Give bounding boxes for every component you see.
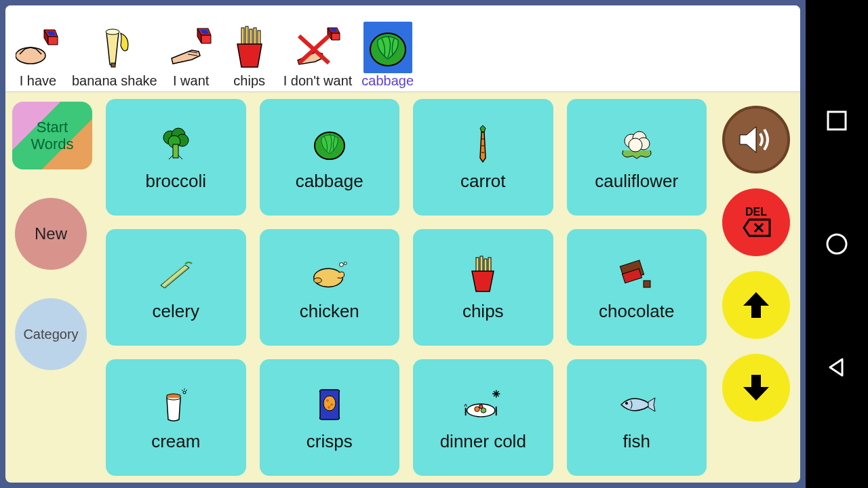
backspace-icon: DEL <box>734 203 778 241</box>
circle-icon <box>825 232 849 256</box>
hand-want-cube-icon <box>167 22 216 73</box>
svg-rect-65 <box>828 112 846 129</box>
delete-button[interactable]: DEL <box>722 188 790 256</box>
svg-point-52 <box>326 399 329 402</box>
tile-celery[interactable]: celery <box>106 229 246 346</box>
sentence-label: I don't want <box>283 73 353 90</box>
tile-chips[interactable]: chips <box>413 229 553 346</box>
sentence-item-cabbage[interactable]: cabbage <box>361 22 414 90</box>
svg-rect-6 <box>111 63 115 67</box>
tile-label: chicken <box>300 301 359 322</box>
cream-icon <box>155 384 197 426</box>
svg-point-39 <box>314 277 322 283</box>
svg-point-58 <box>479 405 484 409</box>
celery-icon <box>155 253 197 296</box>
hand-cube-icon <box>14 22 62 73</box>
tile-label: cream <box>151 431 200 452</box>
tile-label: chips <box>462 301 504 322</box>
tile-label: chocolate <box>599 301 674 322</box>
tile-chicken[interactable]: chicken <box>260 229 400 346</box>
sentence-label: cabbage <box>361 73 414 90</box>
tile-label: fish <box>623 431 650 452</box>
sentence-bar[interactable]: I have banana shake <box>5 5 800 92</box>
speak-button[interactable] <box>722 106 790 174</box>
svg-rect-29 <box>173 144 178 158</box>
svg-rect-48 <box>644 281 650 287</box>
svg-point-5 <box>106 29 119 35</box>
chips-icon <box>225 22 274 73</box>
tile-broccoli[interactable]: broccoli <box>106 99 246 216</box>
banana-shake-icon <box>90 22 139 73</box>
start-words-button[interactable]: StartWords <box>12 102 92 169</box>
new-button[interactable]: New <box>15 198 87 270</box>
sentence-item-banana-shake[interactable]: banana shake <box>72 22 157 90</box>
sentence-item-i-have[interactable]: I have <box>14 22 62 90</box>
svg-marker-9 <box>201 35 211 43</box>
svg-text:DEL: DEL <box>745 206 767 218</box>
svg-marker-2 <box>48 37 58 45</box>
sentence-label: chips <box>233 73 265 90</box>
svg-marker-20 <box>332 33 340 40</box>
dinner-cold-icon <box>462 384 504 426</box>
sentence-item-chips[interactable]: chips <box>225 22 274 90</box>
scroll-up-button[interactable] <box>722 271 790 339</box>
broccoli-icon <box>155 123 197 165</box>
nav-home-button[interactable] <box>823 230 851 258</box>
tile-cream[interactable]: cream <box>106 359 246 476</box>
main-area: StartWords New Category <box>5 92 800 483</box>
cabbage-icon <box>309 123 351 165</box>
chips-icon <box>462 253 504 296</box>
sentence-item-i-dont-want[interactable]: I don't want <box>283 22 353 90</box>
chocolate-icon <box>616 253 658 296</box>
tile-cauliflower[interactable]: cauliflower <box>567 99 707 216</box>
category-button[interactable]: Category <box>15 298 87 370</box>
sentence-label: banana shake <box>72 73 157 90</box>
svg-point-54 <box>328 406 330 409</box>
android-nav-bar <box>806 0 868 488</box>
arrow-up-icon <box>738 287 774 323</box>
triangle-back-icon <box>825 355 849 380</box>
tile-chocolate[interactable]: chocolate <box>567 229 707 346</box>
tile-label: crisps <box>307 431 353 452</box>
svg-point-41 <box>344 262 347 264</box>
svg-point-37 <box>629 138 642 152</box>
square-icon <box>825 109 848 132</box>
svg-point-40 <box>339 262 343 266</box>
scroll-down-button[interactable] <box>722 354 790 422</box>
nav-recent-button[interactable] <box>823 106 851 135</box>
tile-label: carrot <box>460 171 505 192</box>
svg-point-61 <box>625 402 628 405</box>
crisps-icon <box>309 384 351 426</box>
fish-icon <box>616 384 658 426</box>
arrow-down-icon <box>738 369 774 406</box>
app-root: I have banana shake <box>5 5 800 483</box>
tile-fish[interactable]: fish <box>567 359 707 476</box>
tile-label: celery <box>153 301 199 322</box>
new-label: New <box>35 224 67 243</box>
chicken-icon <box>309 253 351 296</box>
svg-rect-45 <box>488 258 491 272</box>
tile-carrot[interactable]: carrot <box>413 99 553 216</box>
nav-back-button[interactable] <box>823 353 851 382</box>
svg-rect-44 <box>484 259 487 272</box>
cauliflower-icon <box>616 123 658 165</box>
tile-crisps[interactable]: crisps <box>260 359 400 476</box>
hand-x-cube-icon <box>294 22 342 73</box>
svg-point-50 <box>183 391 186 394</box>
carrot-icon <box>462 123 504 165</box>
tile-label: broccoli <box>145 171 206 192</box>
sentence-label: I have <box>20 73 56 90</box>
word-grid: broccoli cabbage <box>103 99 709 476</box>
svg-point-53 <box>330 403 333 406</box>
svg-point-66 <box>827 235 846 253</box>
tile-dinner-cold[interactable]: dinner cold <box>413 359 553 476</box>
device-frame: I have banana shake <box>0 0 806 488</box>
tile-label: cauliflower <box>595 171 678 192</box>
sentence-item-i-want[interactable]: I want <box>167 22 216 90</box>
cabbage-icon <box>363 22 412 73</box>
category-label: Category <box>23 327 78 342</box>
tile-label: dinner cold <box>440 431 526 452</box>
sentence-label: I want <box>173 73 209 90</box>
tile-cabbage[interactable]: cabbage <box>260 99 400 216</box>
svg-rect-43 <box>480 256 483 272</box>
